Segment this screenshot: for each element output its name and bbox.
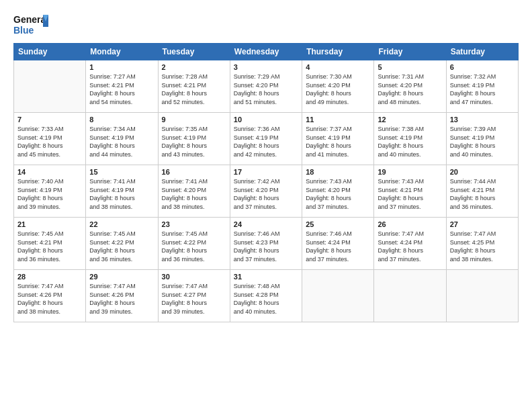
day-number: 15 <box>89 168 154 176</box>
day-number: 10 <box>234 116 298 124</box>
day-cell <box>14 60 86 113</box>
svg-text:Blue: Blue <box>13 25 34 36</box>
day-cell: 17Sunrise: 7:42 AMSunset: 4:20 PMDayligh… <box>230 165 302 218</box>
day-info: Sunrise: 7:47 AMSunset: 4:24 PMDaylight:… <box>378 230 442 263</box>
day-cell: 15Sunrise: 7:41 AMSunset: 4:19 PMDayligh… <box>86 165 158 218</box>
day-number: 21 <box>17 220 82 228</box>
day-number: 6 <box>450 63 515 71</box>
day-info: Sunrise: 7:35 AMSunset: 4:19 PMDaylight:… <box>162 125 226 158</box>
day-cell: 10Sunrise: 7:36 AMSunset: 4:19 PMDayligh… <box>230 113 302 165</box>
day-cell: 5Sunrise: 7:31 AMSunset: 4:20 PMDaylight… <box>374 60 446 113</box>
day-cell: 3Sunrise: 7:29 AMSunset: 4:20 PMDaylight… <box>230 60 302 113</box>
day-number: 30 <box>162 273 226 281</box>
day-info: Sunrise: 7:30 AMSunset: 4:20 PMDaylight:… <box>306 73 370 106</box>
calendar: SundayMondayTuesdayWednesdayThursdayFrid… <box>13 43 519 322</box>
day-number: 4 <box>306 63 370 71</box>
day-info: Sunrise: 7:42 AMSunset: 4:20 PMDaylight:… <box>234 177 298 211</box>
weekday-header-sunday: Sunday <box>14 44 86 60</box>
day-cell: 12Sunrise: 7:38 AMSunset: 4:19 PMDayligh… <box>374 113 446 165</box>
day-cell: 14Sunrise: 7:40 AMSunset: 4:19 PMDayligh… <box>14 165 86 218</box>
calendar-header: SundayMondayTuesdayWednesdayThursdayFrid… <box>14 44 519 60</box>
day-cell: 19Sunrise: 7:43 AMSunset: 4:21 PMDayligh… <box>374 165 446 218</box>
day-info: Sunrise: 7:47 AMSunset: 4:25 PMDaylight:… <box>450 230 515 263</box>
day-info: Sunrise: 7:38 AMSunset: 4:19 PMDaylight:… <box>378 125 442 158</box>
header: General Blue <box>13 12 519 39</box>
day-cell: 20Sunrise: 7:44 AMSunset: 4:21 PMDayligh… <box>446 165 518 218</box>
day-cell: 22Sunrise: 7:45 AMSunset: 4:22 PMDayligh… <box>86 218 158 270</box>
logo: General Blue <box>13 12 48 39</box>
day-cell: 26Sunrise: 7:47 AMSunset: 4:24 PMDayligh… <box>374 218 446 270</box>
day-cell: 28Sunrise: 7:47 AMSunset: 4:26 PMDayligh… <box>14 270 86 322</box>
day-cell: 31Sunrise: 7:48 AMSunset: 4:28 PMDayligh… <box>230 270 302 322</box>
day-number: 17 <box>234 168 298 176</box>
day-number: 2 <box>162 63 226 71</box>
day-number: 16 <box>162 168 226 176</box>
day-cell <box>374 270 446 322</box>
day-cell: 7Sunrise: 7:33 AMSunset: 4:19 PMDaylight… <box>14 113 86 165</box>
day-number: 9 <box>162 116 226 124</box>
day-info: Sunrise: 7:39 AMSunset: 4:19 PMDaylight:… <box>450 125 515 158</box>
day-info: Sunrise: 7:28 AMSunset: 4:21 PMDaylight:… <box>162 73 226 106</box>
day-cell <box>302 270 374 322</box>
day-number: 31 <box>234 273 298 281</box>
day-info: Sunrise: 7:27 AMSunset: 4:21 PMDaylight:… <box>89 73 154 106</box>
calendar-body: 1Sunrise: 7:27 AMSunset: 4:21 PMDaylight… <box>14 60 519 322</box>
day-info: Sunrise: 7:47 AMSunset: 4:26 PMDaylight:… <box>17 282 82 316</box>
page: General Blue SundayMondayTuesdayWednesda… <box>0 0 532 411</box>
day-info: Sunrise: 7:41 AMSunset: 4:20 PMDaylight:… <box>162 177 226 211</box>
day-cell: 21Sunrise: 7:45 AMSunset: 4:21 PMDayligh… <box>14 218 86 270</box>
day-cell: 13Sunrise: 7:39 AMSunset: 4:19 PMDayligh… <box>446 113 518 165</box>
day-number: 29 <box>89 273 154 281</box>
day-number: 18 <box>306 168 370 176</box>
day-info: Sunrise: 7:47 AMSunset: 4:27 PMDaylight:… <box>162 282 226 316</box>
day-info: Sunrise: 7:36 AMSunset: 4:19 PMDaylight:… <box>234 125 298 158</box>
week-row-2: 14Sunrise: 7:40 AMSunset: 4:19 PMDayligh… <box>14 165 519 218</box>
day-cell: 8Sunrise: 7:34 AMSunset: 4:19 PMDaylight… <box>86 113 158 165</box>
week-row-3: 21Sunrise: 7:45 AMSunset: 4:21 PMDayligh… <box>14 218 519 270</box>
weekday-header-friday: Friday <box>374 44 446 60</box>
day-number: 11 <box>306 116 370 124</box>
week-row-1: 7Sunrise: 7:33 AMSunset: 4:19 PMDaylight… <box>14 113 519 165</box>
day-info: Sunrise: 7:45 AMSunset: 4:22 PMDaylight:… <box>89 230 154 263</box>
day-info: Sunrise: 7:33 AMSunset: 4:19 PMDaylight:… <box>17 125 82 158</box>
day-info: Sunrise: 7:29 AMSunset: 4:20 PMDaylight:… <box>234 73 298 106</box>
day-number: 25 <box>306 220 370 228</box>
day-cell: 23Sunrise: 7:45 AMSunset: 4:22 PMDayligh… <box>158 218 230 270</box>
day-info: Sunrise: 7:45 AMSunset: 4:22 PMDaylight:… <box>162 230 226 263</box>
day-number: 14 <box>17 168 82 176</box>
day-info: Sunrise: 7:37 AMSunset: 4:19 PMDaylight:… <box>306 125 370 158</box>
day-info: Sunrise: 7:32 AMSunset: 4:19 PMDaylight:… <box>450 73 515 106</box>
day-number: 19 <box>378 168 442 176</box>
day-info: Sunrise: 7:44 AMSunset: 4:21 PMDaylight:… <box>450 177 515 211</box>
day-info: Sunrise: 7:46 AMSunset: 4:24 PMDaylight:… <box>306 230 370 263</box>
day-cell: 29Sunrise: 7:47 AMSunset: 4:26 PMDayligh… <box>86 270 158 322</box>
day-info: Sunrise: 7:34 AMSunset: 4:19 PMDaylight:… <box>89 125 154 158</box>
day-cell: 25Sunrise: 7:46 AMSunset: 4:24 PMDayligh… <box>302 218 374 270</box>
day-number: 26 <box>378 220 442 228</box>
day-cell: 4Sunrise: 7:30 AMSunset: 4:20 PMDaylight… <box>302 60 374 113</box>
logo-svg: General Blue <box>13 12 48 39</box>
day-number: 23 <box>162 220 226 228</box>
day-number: 22 <box>89 220 154 228</box>
day-cell: 6Sunrise: 7:32 AMSunset: 4:19 PMDaylight… <box>446 60 518 113</box>
weekday-row: SundayMondayTuesdayWednesdayThursdayFrid… <box>14 44 519 60</box>
day-cell: 9Sunrise: 7:35 AMSunset: 4:19 PMDaylight… <box>158 113 230 165</box>
day-number: 13 <box>450 116 515 124</box>
day-info: Sunrise: 7:43 AMSunset: 4:20 PMDaylight:… <box>306 177 370 211</box>
day-info: Sunrise: 7:41 AMSunset: 4:19 PMDaylight:… <box>89 177 154 211</box>
day-info: Sunrise: 7:46 AMSunset: 4:23 PMDaylight:… <box>234 230 298 263</box>
day-info: Sunrise: 7:31 AMSunset: 4:20 PMDaylight:… <box>378 73 442 106</box>
weekday-header-tuesday: Tuesday <box>158 44 230 60</box>
day-number: 24 <box>234 220 298 228</box>
day-number: 27 <box>450 220 515 228</box>
day-cell: 16Sunrise: 7:41 AMSunset: 4:20 PMDayligh… <box>158 165 230 218</box>
day-number: 5 <box>378 63 442 71</box>
weekday-header-saturday: Saturday <box>446 44 518 60</box>
day-cell: 27Sunrise: 7:47 AMSunset: 4:25 PMDayligh… <box>446 218 518 270</box>
day-cell: 1Sunrise: 7:27 AMSunset: 4:21 PMDaylight… <box>86 60 158 113</box>
day-info: Sunrise: 7:40 AMSunset: 4:19 PMDaylight:… <box>17 177 82 211</box>
day-number: 28 <box>17 273 82 281</box>
weekday-header-thursday: Thursday <box>302 44 374 60</box>
day-cell: 18Sunrise: 7:43 AMSunset: 4:20 PMDayligh… <box>302 165 374 218</box>
day-info: Sunrise: 7:45 AMSunset: 4:21 PMDaylight:… <box>17 230 82 263</box>
